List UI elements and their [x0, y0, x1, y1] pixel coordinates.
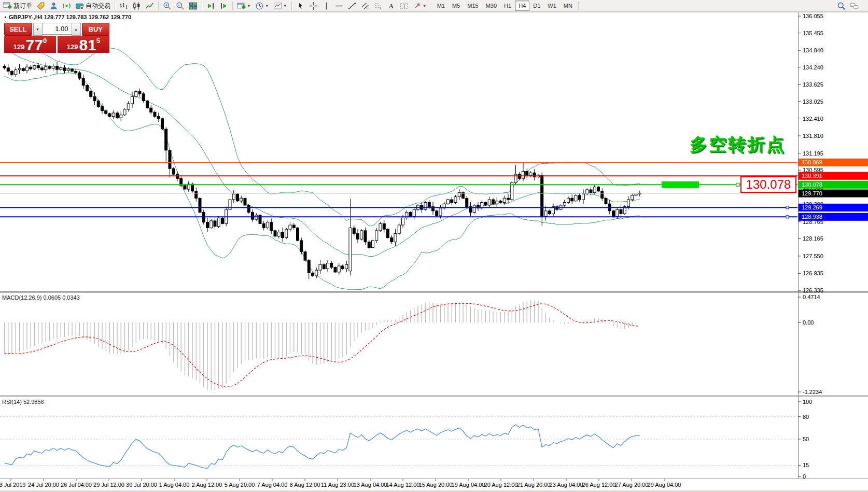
timeframe-m15-button[interactable]: M15 [464, 1, 482, 11]
svg-text:130.391: 130.391 [802, 173, 822, 179]
svg-text:23 Aug 04:00: 23 Aug 04:00 [550, 482, 583, 488]
label-button[interactable]: T [398, 0, 411, 11]
symbol-ohlc-text: GBPJPY-,H4 129.777 129.783 129.762 129.7… [9, 14, 131, 20]
sell-price-big: 77 [26, 37, 43, 53]
cursor-icon [296, 2, 305, 10]
svg-text:E: E [366, 6, 369, 10]
svg-text:29 Jul 12:00: 29 Jul 12:00 [93, 482, 124, 488]
svg-text:131.195: 131.195 [803, 150, 823, 157]
template-chart-button[interactable]: ▼ [271, 0, 289, 11]
price-callout-box[interactable]: 130.078 [740, 176, 796, 193]
chart-candles-button[interactable] [130, 0, 143, 11]
macd-histogram [5, 300, 640, 391]
new-chart-icon [237, 2, 246, 10]
chat-icon [850, 2, 859, 10]
svg-text:15: 15 [803, 462, 809, 468]
buy-price-prefix: 129 [67, 43, 78, 51]
chat-button[interactable] [848, 0, 861, 11]
market-watch-icon [36, 2, 45, 10]
zoom-out-button[interactable] [174, 0, 187, 11]
toolbar-separator [291, 2, 292, 10]
sell-price-tile[interactable]: 129 77 0 [4, 36, 56, 53]
svg-text:1 Aug 04:00: 1 Aug 04:00 [159, 482, 190, 488]
svg-text:133.025: 133.025 [803, 99, 823, 105]
volume-input[interactable] [43, 23, 72, 35]
svg-text:15 Aug 20:00: 15 Aug 20:00 [419, 482, 453, 488]
auto-scroll-button[interactable] [204, 0, 217, 11]
candles-and-bands [3, 20, 641, 290]
toolbar-separator [431, 2, 431, 10]
toolbar-separator [232, 2, 233, 10]
dropdown-arrow-icon[interactable]: ▼ [283, 4, 287, 8]
collapse-quote-icon[interactable]: ▲ [4, 15, 7, 19]
channel-button[interactable]: E [359, 0, 372, 11]
svg-text:126.335: 126.335 [803, 287, 823, 293]
new-chart-button[interactable]: ▼ [235, 0, 253, 11]
trendline-button[interactable] [346, 0, 359, 11]
timeframe-mn-button[interactable]: MN [560, 1, 576, 11]
chart-shift-button[interactable] [217, 0, 230, 11]
timeframe-d1-button[interactable]: D1 [529, 1, 544, 11]
svg-text:26 Aug 12:00: 26 Aug 12:00 [582, 482, 616, 488]
chart-line-button[interactable] [143, 0, 156, 11]
timeframe-m30-button[interactable]: M30 [482, 1, 500, 11]
vline-button[interactable] [320, 0, 333, 11]
timeframe-m1-button[interactable]: M1 [433, 1, 449, 11]
dropdown-arrow-icon[interactable]: ▼ [265, 4, 269, 8]
arrows-button[interactable]: ▼ [411, 0, 429, 11]
tile-windows-button[interactable] [187, 0, 200, 11]
buy-price-sup: 5 [96, 37, 100, 45]
svg-text:2 Aug 12:00: 2 Aug 12:00 [192, 482, 222, 488]
text-button[interactable]: A [385, 0, 398, 11]
svg-text:134.840: 134.840 [803, 47, 823, 53]
one-click-trading-panel: SELL ▼ ▲ BUY 129 77 0 129 81 5 [4, 23, 109, 53]
buy-button[interactable]: BUY [82, 23, 110, 36]
autotrading-button[interactable]: 自动交易 [73, 0, 113, 11]
svg-text:0.00: 0.00 [803, 319, 814, 326]
dropdown-arrow-icon[interactable]: ▼ [423, 4, 427, 8]
cursor-button[interactable] [294, 0, 307, 11]
svg-text:127.550: 127.550 [803, 253, 823, 259]
channel-icon: E [361, 2, 370, 10]
chart-candles-icon [132, 2, 141, 10]
fibo-button[interactable]: F [372, 0, 385, 11]
timeframe-w1-button[interactable]: W1 [544, 1, 560, 11]
buy-price-tile[interactable]: 129 81 5 [58, 36, 109, 53]
svg-text:-1.2234: -1.2234 [803, 389, 822, 395]
hline-button[interactable] [333, 0, 346, 11]
toolbar-separator [578, 2, 579, 10]
chart-bars-button[interactable] [117, 0, 130, 11]
crosshair-icon [309, 2, 318, 10]
toolbar-separator [115, 2, 115, 10]
volume-increase-button[interactable]: ▲ [72, 23, 81, 36]
svg-text:21 Aug 20:00: 21 Aug 20:00 [517, 482, 551, 488]
timeframe-h1-button[interactable]: H1 [500, 1, 515, 11]
svg-text:0: 0 [803, 473, 806, 480]
autotrading-icon [75, 2, 84, 10]
search-button[interactable] [835, 0, 848, 11]
svg-text:80: 80 [803, 414, 809, 420]
period-clock-button[interactable]: ▼ [253, 0, 271, 11]
svg-text:134.240: 134.240 [803, 64, 823, 71]
mt4-terminal: { "toolbar": { "groups": [ [{"icon":"new… [0, 0, 868, 492]
toolbar-right-icons [835, 0, 868, 11]
navigator-button[interactable] [47, 0, 60, 11]
timeframe-h4-button[interactable]: H4 [515, 1, 529, 11]
dropdown-arrow-icon[interactable]: ▼ [247, 4, 251, 8]
svg-text:128.165: 128.165 [803, 235, 823, 242]
price-axis[interactable]: 136.055135.455134.840134.240133.625133.0… [799, 13, 868, 293]
sell-button[interactable]: SELL [4, 23, 32, 36]
terminal-button[interactable] [60, 0, 73, 11]
svg-text:131.810: 131.810 [803, 133, 823, 139]
time-axis[interactable]: 23 Jul 201924 Jul 20:0026 Jul 04:0029 Ju… [0, 479, 681, 488]
new-order-button[interactable]: 新订单 [1, 0, 34, 11]
hline-icon [335, 2, 344, 10]
chart-ohlc-readout: ▲GBPJPY-,H4 129.777 129.783 129.762 129.… [4, 14, 131, 20]
volume-decrease-button[interactable]: ▼ [33, 23, 43, 36]
market-watch-button[interactable] [34, 0, 47, 11]
timeframe-m5-button[interactable]: M5 [449, 1, 464, 11]
crosshair-button[interactable] [307, 0, 320, 11]
price-chart[interactable]: 136.055135.455134.840134.240133.625133.0… [0, 0, 868, 492]
svg-text:128.938: 128.938 [802, 214, 822, 220]
zoom-in-button[interactable] [161, 0, 174, 11]
